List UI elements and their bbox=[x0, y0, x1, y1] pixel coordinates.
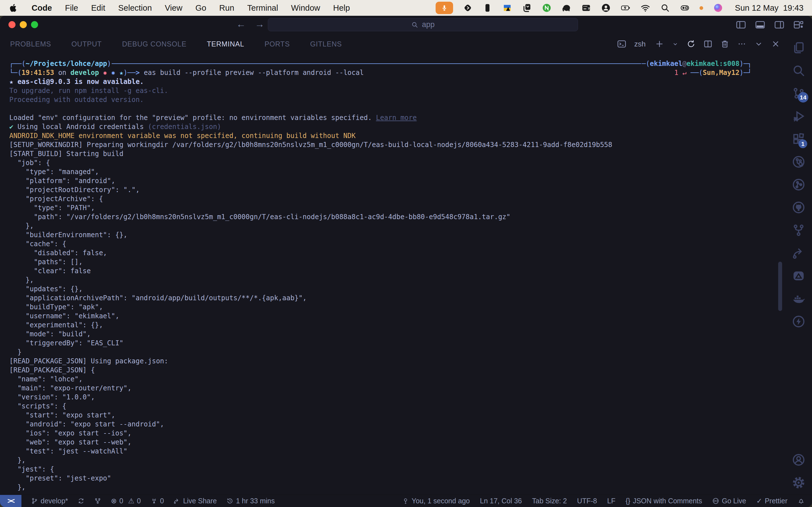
forward-arrow-icon[interactable]: → bbox=[255, 18, 264, 30]
back-arrow-icon[interactable]: ← bbox=[236, 18, 246, 30]
menubar-status-icons: ⌘ Sun 12 May 19:43 bbox=[436, 2, 804, 14]
docker-icon[interactable] bbox=[792, 291, 806, 305]
menu-help[interactable]: Help bbox=[333, 3, 350, 13]
sync-copy-icon[interactable] bbox=[522, 3, 532, 13]
zoom-window-button[interactable] bbox=[31, 21, 38, 28]
ports-status[interactable]: 0 bbox=[151, 497, 164, 505]
more-actions-icon[interactable] bbox=[737, 39, 747, 49]
git-graph-icon[interactable] bbox=[792, 177, 806, 191]
tab-output[interactable]: OUTPUT bbox=[71, 40, 102, 48]
terminal-line: [START_BUILD] Starting build bbox=[9, 149, 752, 158]
problems-status[interactable]: ⊗ 0 ⚠ 0 bbox=[111, 497, 141, 505]
terminal-shell-label[interactable]: zsh bbox=[635, 40, 646, 48]
settings-gear-icon[interactable] bbox=[792, 475, 806, 490]
customize-layout-icon[interactable] bbox=[793, 19, 804, 31]
close-panel-icon[interactable] bbox=[771, 39, 780, 49]
toggle-primary-sidebar-icon[interactable] bbox=[735, 19, 747, 31]
tab-problems[interactable]: PROBLEMS bbox=[10, 40, 51, 48]
menu-run[interactable]: Run bbox=[219, 3, 234, 13]
siri-icon[interactable] bbox=[713, 3, 723, 13]
terminal-output[interactable]: ┌──(~/Projects/lohce/app)─(ekimkael@ekim… bbox=[0, 55, 785, 495]
live-share-icon[interactable] bbox=[792, 246, 806, 260]
tab-terminal[interactable]: TERMINAL bbox=[207, 40, 244, 48]
language-mode-status[interactable]: {} JSON with Comments bbox=[626, 497, 702, 505]
accounts-icon[interactable] bbox=[792, 453, 806, 467]
terminal-line: Proceeding with outdated version. bbox=[9, 95, 752, 104]
encoding-status[interactable]: UTF-8 bbox=[577, 497, 597, 505]
menu-code[interactable]: Code bbox=[32, 3, 52, 13]
tab-gitlens[interactable]: GITLENS bbox=[310, 40, 342, 48]
control-center-icon[interactable] bbox=[680, 3, 690, 13]
menu-selection[interactable]: Selection bbox=[118, 3, 152, 13]
gitlens-icon[interactable] bbox=[792, 155, 806, 169]
terminal-line: "username": "ekimkael", bbox=[9, 312, 752, 321]
formatter-status[interactable]: ✓ Prettier bbox=[756, 497, 788, 505]
elephant-app-icon[interactable] bbox=[561, 3, 571, 13]
notifications-status[interactable] bbox=[798, 497, 805, 504]
screen-recording-mic-icon[interactable] bbox=[436, 2, 453, 14]
kill-terminal-icon[interactable] bbox=[720, 39, 730, 49]
terminal-text: }, bbox=[9, 222, 34, 230]
terminal-text: ──( bbox=[691, 69, 703, 76]
menubar-clock[interactable]: Sun 12 May 19:43 bbox=[735, 3, 804, 13]
restart-terminal-icon[interactable] bbox=[686, 39, 696, 49]
extensions-icon[interactable]: 1 bbox=[792, 132, 806, 146]
cursor-position[interactable]: Ln 17, Col 36 bbox=[480, 497, 522, 505]
menu-window[interactable]: Window bbox=[291, 3, 320, 13]
timer-status[interactable]: 1 hr 33 mins bbox=[226, 497, 275, 505]
explorer-icon[interactable] bbox=[792, 41, 806, 55]
expo-icon[interactable] bbox=[792, 269, 806, 283]
sync-status[interactable] bbox=[78, 497, 85, 504]
tab-debug-console[interactable]: DEBUG CONSOLE bbox=[122, 40, 187, 48]
menu-file[interactable]: File bbox=[65, 3, 79, 13]
toggle-secondary-sidebar-icon[interactable] bbox=[774, 19, 785, 31]
menu-terminal[interactable]: Terminal bbox=[247, 3, 278, 13]
branch-status[interactable]: develop* bbox=[31, 497, 68, 505]
close-window-button[interactable] bbox=[8, 21, 15, 28]
layout-controls bbox=[735, 19, 804, 31]
svg-text:⌘: ⌘ bbox=[588, 7, 591, 10]
spotlight-icon[interactable] bbox=[660, 3, 670, 13]
wifi-icon[interactable] bbox=[640, 3, 651, 13]
minimize-window-button[interactable] bbox=[20, 21, 27, 28]
menu-edit[interactable]: Edit bbox=[91, 3, 105, 13]
live-share-status[interactable]: Live Share bbox=[173, 497, 217, 505]
battery-icon[interactable] bbox=[620, 3, 631, 13]
keyboard-switcher-icon[interactable]: ⌘ bbox=[581, 3, 591, 13]
apple-icon[interactable] bbox=[8, 3, 18, 13]
go-live-status[interactable]: Go Live bbox=[712, 497, 746, 505]
github-icon[interactable] bbox=[792, 200, 806, 214]
tab-ports[interactable]: PORTS bbox=[264, 40, 290, 48]
eol-status[interactable]: LF bbox=[607, 497, 615, 505]
menubar-menus: CodeFileEditSelectionViewGoRunTerminalWi… bbox=[8, 3, 350, 13]
display-mirroring-icon[interactable] bbox=[483, 3, 493, 13]
terminal-line: "path": "/var/folders/g2/lb0h8mns20n5nsl… bbox=[9, 212, 752, 221]
learn-more-link[interactable]: Learn more bbox=[376, 114, 417, 122]
remote-indicator[interactable]: >< bbox=[0, 495, 21, 507]
new-terminal-icon[interactable] bbox=[655, 39, 664, 49]
toggle-panel-icon[interactable] bbox=[755, 19, 766, 31]
run-debug-icon[interactable] bbox=[792, 109, 806, 123]
menu-view[interactable]: View bbox=[165, 3, 183, 13]
user-account-icon[interactable] bbox=[601, 3, 611, 13]
git-fork-icon[interactable] bbox=[792, 223, 806, 237]
error-icon: ⊗ bbox=[111, 497, 117, 505]
thunder-client-icon[interactable] bbox=[792, 314, 806, 328]
photo-flag-icon[interactable] bbox=[502, 3, 512, 13]
gitlens-commit-status[interactable] bbox=[94, 497, 101, 504]
terminal-line: Loaded "env" configuration for the "prev… bbox=[9, 113, 752, 122]
tab-size-status[interactable]: Tab Size: 2 bbox=[532, 497, 567, 505]
notes-app-icon[interactable] bbox=[542, 3, 552, 13]
terminal-text: "version": "1.0.0", bbox=[9, 393, 95, 401]
menu-go[interactable]: Go bbox=[195, 3, 206, 13]
terminal-profile-dropdown-icon[interactable] bbox=[672, 40, 679, 48]
panel-size-chevron-icon[interactable] bbox=[754, 39, 763, 49]
command-center-search[interactable]: app bbox=[268, 18, 578, 31]
source-control-icon[interactable]: 14 bbox=[792, 86, 806, 100]
terminal-scrollbar[interactable] bbox=[778, 262, 782, 311]
blame-status[interactable]: You, 1 second ago bbox=[402, 497, 470, 505]
split-terminal-icon[interactable] bbox=[703, 39, 713, 49]
language-label: JSON with Comments bbox=[633, 497, 702, 505]
shortcuts-icon[interactable] bbox=[463, 3, 473, 13]
search-icon[interactable] bbox=[792, 63, 806, 77]
